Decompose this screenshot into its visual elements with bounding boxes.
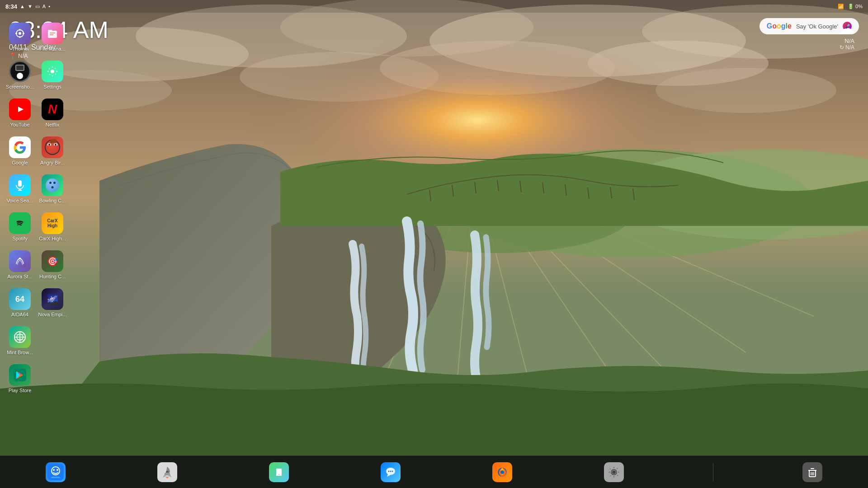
app-label-filemanager: File Mana...: [39, 46, 65, 52]
app-item-voicesearch[interactable]: Voice Sea...: [4, 172, 36, 206]
app-item-settings[interactable]: Settings: [36, 58, 69, 92]
app-row-10: Play Store: [0, 360, 72, 398]
status-icon-up: ▲: [20, 4, 25, 9]
app-label-aurora: Aurora St...: [7, 274, 33, 279]
svg-point-75: [500, 470, 504, 474]
app-icon-voicesearch: [9, 174, 31, 196]
taskbar-icon-firefox: [492, 462, 512, 482]
taskbar-icon-settings: [604, 462, 624, 482]
app-icon-angrybirds: [42, 136, 63, 158]
app-label-voicesearch: Voice Sea...: [7, 198, 33, 203]
app-label-youtube: YouTube: [10, 122, 29, 127]
app-icon-aurora: [9, 250, 31, 272]
app-item-carx[interactable]: CarXHigh CarX High...: [36, 210, 69, 244]
taskbar-icon-phone: [269, 462, 289, 482]
taskbar-icon-finder: [46, 462, 66, 482]
app-row-2: Screensho... Settings: [0, 56, 72, 94]
app-item-theme[interactable]: Theme: [4, 20, 36, 54]
taskbar-icon-launcher: [157, 462, 177, 482]
app-item-youtube[interactable]: YouTube: [4, 96, 36, 130]
app-icon-settings: [42, 61, 63, 82]
app-icon-playstore: [9, 364, 31, 386]
app-item-screenshot[interactable]: Screensho...: [4, 58, 36, 92]
app-icon-hunting: 🎯: [42, 250, 63, 272]
app-item-netflix[interactable]: N Netflix: [36, 96, 69, 130]
app-label-bowling: Bowling C...: [39, 198, 66, 203]
app-item-mintbrowser[interactable]: Mint Brow...: [4, 324, 36, 358]
app-item-aurora[interactable]: Aurora St...: [4, 248, 36, 282]
weather-wind: ↻ N/A: [838, 44, 854, 51]
app-icon-carx: CarXHigh: [42, 212, 63, 234]
app-grid: Theme File Mana... Screensho...: [0, 16, 72, 399]
app-item-aida64[interactable]: 64 AIDA64: [4, 286, 36, 320]
app-icon-novaempire: 🌌: [42, 288, 63, 310]
app-icon-youtube: [9, 99, 31, 120]
svg-point-73: [392, 470, 393, 472]
weather-temp: N/A: [838, 38, 854, 44]
svg-point-64: [53, 469, 55, 471]
app-row-8: 64 AIDA64 🌌 Nova Empi...: [0, 284, 72, 322]
taskbar-item-launcher[interactable]: [155, 460, 180, 485]
status-bar: 8:34 ▲ ▼ ▭ A • 📶 🔋 0%: [0, 0, 868, 13]
app-item-google[interactable]: Google: [4, 134, 36, 168]
status-left: 8:34 ▲ ▼ ▭ A •: [5, 3, 50, 10]
app-label-angrybirds: Angry Bir...: [40, 160, 65, 165]
app-item-playstore[interactable]: Play Store: [4, 361, 36, 396]
app-row-3: YouTube N Netflix: [0, 94, 72, 132]
app-row-9: Mint Brow...: [0, 322, 72, 360]
app-label-novaempire: Nova Empi...: [38, 312, 67, 317]
svg-rect-51: [18, 180, 22, 187]
app-item-filemanager[interactable]: File Mana...: [36, 20, 69, 54]
taskbar-item-firefox[interactable]: [490, 460, 515, 485]
app-label-aida64: AIDA64: [11, 312, 28, 317]
app-icon-google: [9, 136, 31, 158]
app-item-spotify[interactable]: Spotify: [4, 210, 36, 244]
svg-rect-55: [14, 255, 26, 267]
app-row-6: Spotify CarXHigh CarX High...: [0, 208, 72, 246]
svg-rect-66: [51, 477, 60, 478]
app-item-bowling[interactable]: Bowling C...: [36, 172, 69, 206]
status-icon-a: A: [42, 4, 46, 9]
taskbar: [0, 455, 868, 488]
search-text: Say 'Ok Google': [796, 23, 838, 30]
app-item-angrybirds[interactable]: Angry Bir...: [36, 134, 69, 168]
status-icon-down: ▼: [28, 4, 33, 9]
taskbar-item-finder[interactable]: [43, 460, 68, 485]
app-label-playstore: Play Store: [9, 388, 32, 393]
app-item-hunting[interactable]: 🎯 Hunting C...: [36, 248, 69, 282]
app-label-google: Google: [12, 160, 28, 165]
status-icon-dot: •: [48, 4, 50, 9]
taskbar-icon-messages: [381, 462, 401, 482]
svg-point-65: [57, 469, 58, 471]
app-icon-bowling: [42, 174, 63, 196]
svg-point-72: [390, 470, 392, 472]
app-row-4: Google Angry Bir...: [0, 132, 72, 170]
app-icon-netflix: N: [42, 99, 63, 120]
taskbar-item-settings[interactable]: [601, 460, 627, 485]
app-item-novaempire[interactable]: 🌌 Nova Empi...: [36, 286, 69, 320]
weather-cloud-icon: ☁: [838, 20, 854, 37]
taskbar-item-messages[interactable]: [378, 460, 403, 485]
app-icon-screenshot: [9, 61, 31, 82]
google-logo: Google: [767, 22, 792, 30]
app-icon-filemanager: [42, 23, 63, 44]
app-icon-mintbrowser: [9, 326, 31, 348]
svg-point-56: [19, 258, 21, 259]
battery-icon: 🔋 0%: [848, 4, 863, 9]
app-label-carx: CarX High...: [39, 236, 66, 241]
taskbar-item-phone[interactable]: [266, 460, 292, 485]
svg-point-41: [19, 32, 21, 35]
svg-point-76: [612, 470, 616, 474]
app-label-mintbrowser: Mint Brow...: [7, 350, 33, 355]
wallpaper: [0, 0, 868, 488]
app-label-theme: Theme: [12, 46, 28, 52]
app-label-screenshot: Screensho...: [6, 84, 34, 89]
app-row-7: Aurora St... 🎯 Hunting C...: [0, 246, 72, 284]
app-icon-spotify: [9, 212, 31, 234]
taskbar-divider: [713, 463, 713, 481]
app-icon-theme: [9, 23, 31, 44]
app-icon-aida64: 64: [9, 288, 31, 310]
app-label-spotify: Spotify: [12, 236, 28, 241]
taskbar-item-trash[interactable]: [800, 460, 825, 485]
svg-point-71: [388, 470, 390, 472]
